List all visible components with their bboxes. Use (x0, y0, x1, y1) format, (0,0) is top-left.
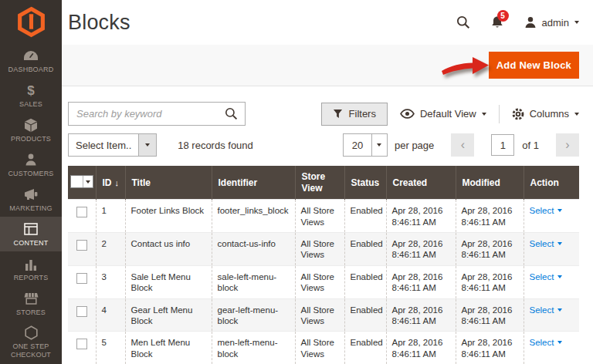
dashboard-icon (23, 48, 39, 63)
admin-account-menu[interactable]: admin (524, 16, 579, 29)
select-all-dropdown[interactable] (70, 175, 93, 188)
columns-selector[interactable]: Columns (512, 108, 579, 120)
row-checkbox[interactable] (76, 240, 87, 251)
cell-store-view: All Store Views (295, 200, 344, 233)
sidebar: DASHBOARD$SALESPRODUCTSCUSTOMERSMARKETIN… (0, 0, 62, 364)
annotation-arrow (440, 54, 491, 80)
cell-id: 5 (96, 332, 125, 364)
cell-created: Apr 28, 20168:46:11 AM (386, 233, 456, 266)
total-pages-label: of 1 (522, 140, 539, 151)
records-found-text: 18 records found (178, 140, 253, 151)
row-select-action[interactable]: Select (530, 238, 563, 249)
filters-button[interactable]: Filters (321, 103, 388, 126)
admin-username: admin (542, 17, 569, 29)
per-page-dropdown[interactable]: 20 (343, 133, 388, 157)
notifications-bell-icon[interactable]: 5 (490, 15, 504, 29)
sidebar-item-content[interactable]: CONTENT (0, 217, 62, 251)
global-search-icon[interactable] (456, 15, 470, 29)
chevron-down-icon (145, 143, 150, 147)
row-select-action[interactable]: Select (530, 305, 563, 315)
svg-text:$: $ (27, 83, 35, 98)
cell-checkbox (68, 200, 96, 233)
sidebar-item-label: DASHBOARD (8, 66, 54, 74)
chevron-down-icon (557, 308, 562, 312)
sidebar-item-sales[interactable]: $SALES (0, 78, 62, 113)
customers-icon (25, 152, 37, 167)
row-select-action[interactable]: Select (530, 205, 563, 216)
cell-status: Enabled (344, 233, 386, 266)
cell-title: Gear Left Menu Block (125, 298, 212, 332)
previous-page-button[interactable]: ‹ (451, 133, 474, 157)
keyword-search-input[interactable] (69, 108, 217, 120)
chevron-down-icon (557, 341, 562, 344)
blocks-table: ID↓ Title Identifier Store View Status C… (68, 166, 579, 364)
sidebar-item-customers[interactable]: CUSTOMERS (0, 147, 62, 182)
cell-checkbox (68, 265, 96, 298)
row-select-action[interactable]: Select (530, 337, 563, 348)
sidebar-item-label: PRODUCTS (11, 135, 51, 143)
chevron-down-icon (557, 275, 562, 278)
add-new-block-button[interactable]: Add New Block (489, 52, 579, 79)
reports-icon (25, 256, 37, 271)
cell-id: 1 (96, 200, 125, 233)
cell-identifier: men-left-menu-block (212, 332, 295, 364)
page-title: Blocks (68, 11, 456, 35)
table-row: 3Sale Left Menu Blocksale-left-menu-bloc… (68, 265, 579, 298)
row-select-action[interactable]: Select (530, 271, 563, 282)
cell-checkbox (68, 233, 96, 266)
cell-modified: Apr 28, 20168:46:11 AM (456, 298, 524, 332)
cell-action: Select (524, 233, 579, 266)
cell-store-view: All Store Views (295, 265, 344, 298)
current-page-input[interactable] (491, 134, 514, 156)
page-actions-bar: Add New Block (62, 45, 593, 86)
cell-modified: Apr 28, 20168:46:11 AM (456, 332, 524, 364)
view-selector[interactable]: Default View (400, 108, 486, 120)
chevron-down-icon (482, 113, 486, 116)
funnel-icon (333, 109, 343, 119)
magento-logo-icon[interactable] (0, 0, 62, 43)
header-cell-status[interactable]: Status (344, 166, 386, 199)
sidebar-item-checkout[interactable]: ONE STEP CHECKOUT (0, 321, 62, 356)
chevron-down-icon (377, 143, 381, 147)
header-cell-store-view[interactable]: Store View (295, 166, 344, 199)
row-checkbox[interactable] (76, 207, 87, 217)
blocks-table-body: 1Footer Links Blockfooter_links_blockAll… (68, 200, 579, 364)
sidebar-item-stores[interactable]: STORES (0, 286, 62, 321)
gear-icon (512, 108, 524, 120)
grid-area: Filters Default View Columns (62, 86, 593, 364)
cell-store-view: All Store Views (295, 298, 344, 332)
cell-status: Enabled (344, 298, 386, 332)
row-checkbox[interactable] (76, 273, 87, 284)
cell-modified: Apr 28, 20168:46:11 AM (456, 265, 524, 298)
sidebar-item-products[interactable]: PRODUCTS (0, 113, 62, 147)
user-icon (524, 16, 537, 29)
header-cell-identifier[interactable]: Identifier (212, 166, 295, 199)
row-checkbox[interactable] (76, 306, 87, 317)
sidebar-item-dashboard[interactable]: DASHBOARD (0, 43, 62, 78)
next-page-button[interactable]: › (556, 133, 579, 157)
sidebar-nav: DASHBOARD$SALESPRODUCTSCUSTOMERSMARKETIN… (0, 43, 62, 356)
sort-desc-icon: ↓ (115, 178, 120, 187)
table-row: 5Men Left Menu Blockmen-left-menu-blockA… (68, 332, 579, 364)
sidebar-item-label: ONE STEP CHECKOUT (3, 342, 59, 359)
header-cell-id[interactable]: ID↓ (96, 166, 125, 199)
search-submit-icon[interactable] (217, 107, 245, 120)
cell-checkbox (68, 298, 96, 332)
header-cell-created[interactable]: Created (386, 166, 456, 199)
sidebar-item-marketing[interactable]: MARKETING (0, 182, 62, 217)
header-cell-modified[interactable]: Modified (456, 166, 524, 199)
cell-title: Sale Left Menu Block (125, 265, 212, 298)
cell-status: Enabled (344, 332, 386, 364)
header-cell-title[interactable]: Title (125, 166, 212, 199)
notification-badge: 5 (497, 10, 509, 22)
cell-modified: Apr 28, 20168:46:11 AM (456, 200, 524, 233)
row-checkbox[interactable] (76, 339, 87, 349)
mass-action-dropdown[interactable]: Select Item.. (68, 133, 157, 157)
table-row: 1Footer Links Blockfooter_links_blockAll… (68, 200, 579, 233)
cell-store-view: All Store Views (295, 332, 344, 364)
sidebar-item-label: STORES (16, 308, 46, 317)
cell-created: Apr 28, 20168:46:11 AM (386, 298, 456, 332)
sidebar-item-reports[interactable]: REPORTS (0, 251, 62, 286)
cell-title: Footer Links Block (125, 200, 212, 233)
cell-title: Contact us info (125, 233, 212, 266)
